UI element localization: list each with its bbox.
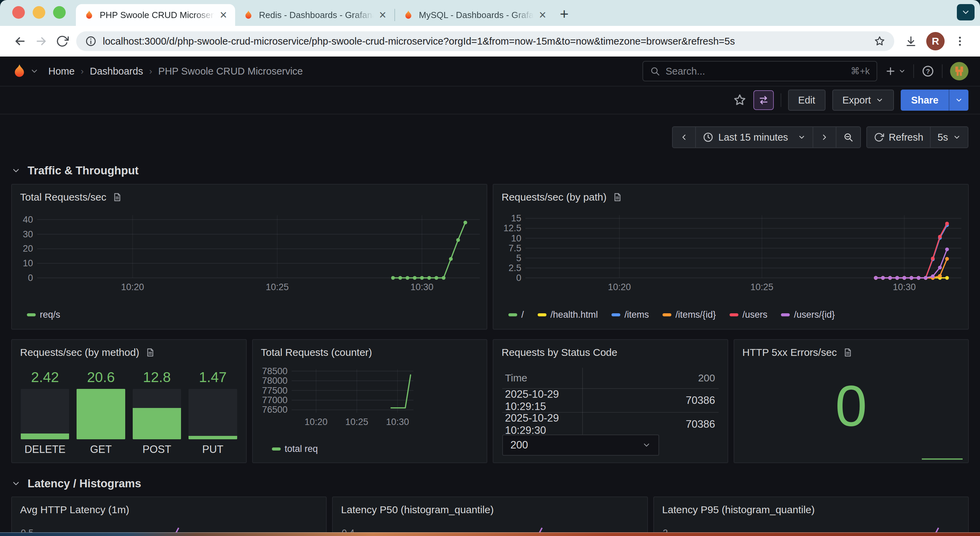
refresh-interval-label: 5s [937,132,948,143]
legend-item[interactable]: /health.html [538,309,598,320]
panel-title[interactable]: Total Requests/sec [20,191,106,203]
address-bar[interactable]: localhost:3000/d/php-swoole-crud-microse… [76,31,894,51]
panel-title[interactable]: Requests/sec (by method) [20,347,139,358]
panel-description-icon[interactable] [112,192,122,202]
chevron-down-icon [953,133,961,141]
zoom-out-icon [843,132,853,142]
back-button[interactable] [10,31,30,52]
refresh-button[interactable]: Refresh [866,126,931,148]
new-tab-button[interactable]: + [554,4,574,24]
legend-item[interactable]: /items/{id} [662,309,716,320]
panel-description-icon[interactable] [145,348,155,357]
legend-item[interactable]: total req [272,444,318,454]
panel-title[interactable]: Latency P95 (histogram_quantile) [662,504,815,515]
svg-text:10:30: 10:30 [410,282,434,292]
close-tab-icon[interactable]: × [539,9,546,21]
legend-label: /users [743,309,768,320]
download-button[interactable] [900,31,921,52]
forward-button[interactable] [30,31,52,52]
section-latency-histograms[interactable]: Latency / Histograms [11,474,969,493]
legend-item[interactable]: /items [611,309,649,320]
legend-item[interactable]: / [508,309,524,320]
browser-tab-strip: PHP Swoole CRUD Microservice × Redis - D… [0,0,980,26]
line-chart-total-requests[interactable]: 01020304010:2010:2510:30 [15,212,482,292]
refresh-interval-picker[interactable]: 5s [930,126,969,148]
close-tab-icon[interactable]: × [379,9,386,21]
arrow-left-icon [13,34,27,48]
line-chart-total-requests-counter[interactable]: 765007700077500780007850010:2010:2510:30 [256,367,415,427]
download-icon [904,35,917,48]
time-range-group: Last 15 minutes [672,126,861,148]
user-avatar[interactable] [950,62,969,80]
share-menu-button[interactable] [949,89,969,111]
legend-item[interactable]: /users [730,309,768,320]
svg-text:78500: 78500 [262,367,287,376]
section-title: Traffic & Throughput [27,164,138,177]
panel-title[interactable]: Requests by Status Code [501,347,617,358]
status-code-select[interactable]: 200 [502,434,659,456]
zoom-window-button[interactable] [53,6,66,19]
bar-gauge-column: 20.6GET [76,369,125,458]
zoom-out-time-button[interactable] [836,126,861,148]
minimize-window-button[interactable] [33,6,45,19]
legend-item[interactable]: /users/{id} [781,309,835,320]
legend-label: /items [624,309,649,320]
panel-title[interactable]: HTTP 5xx Errors/sec [743,347,837,358]
browser-tab-active[interactable]: PHP Swoole CRUD Microservice × [76,4,235,26]
search-input[interactable]: Search... ⌘+k [643,61,877,81]
chart-legend: total req [272,444,318,454]
add-new-button[interactable] [885,65,906,77]
bookmark-star-icon[interactable] [874,35,885,47]
arrow-right-icon [34,34,48,48]
close-window-button[interactable] [12,6,25,19]
svg-text:77000: 77000 [262,395,287,405]
tab-title: MySQL - Dashboards - Grafana [419,10,533,21]
share-button[interactable]: Share [901,89,949,111]
svg-text:10: 10 [23,258,33,268]
time-shift-back-button[interactable] [672,126,696,148]
svg-text:0: 0 [28,273,33,283]
legend-color-pill [272,447,281,450]
favorite-dashboard-button[interactable] [733,93,746,107]
panel-description-icon[interactable] [612,192,622,202]
panel-title[interactable]: Total Requests (counter) [261,347,372,358]
site-info-icon[interactable] [85,35,97,47]
time-range-picker[interactable]: Last 15 minutes [695,126,813,148]
close-tab-icon[interactable]: × [220,9,227,21]
legend-label: /health.html [550,309,598,320]
datasource-switch-button[interactable] [753,90,774,110]
chevron-down-icon[interactable] [30,67,39,76]
refresh-label: Refresh [889,132,924,143]
panel-description-icon[interactable] [843,348,853,357]
panel-title[interactable]: Avg HTTP Latency (1m) [20,504,129,515]
breadcrumb-home[interactable]: Home [48,66,75,77]
bar-label: PUT [202,443,223,458]
chevron-down-icon [11,166,21,175]
column-header-200[interactable]: 200 [582,372,718,384]
tab-search-button[interactable] [957,4,975,21]
bar-fill [76,389,125,439]
browser-tab-mysql[interactable]: MySQL - Dashboards - Grafana × [395,4,554,26]
section-traffic-throughput[interactable]: Traffic & Throughput [11,161,969,180]
time-shift-forward-button[interactable] [813,126,837,148]
browser-tab-redis[interactable]: Redis - Dashboards - Grafana × [235,4,395,26]
panel-title[interactable]: Latency P50 (histogram_quantile) [341,504,494,515]
grafana-logo[interactable] [11,63,27,79]
line-chart-requests-by-path[interactable]: 02.557.51012.51510:2010:2510:30 [497,212,963,292]
legend-item[interactable]: req/s [27,309,60,320]
browser-menu-button[interactable] [950,31,970,52]
bar-value: 20.6 [87,369,115,387]
edit-button[interactable]: Edit [788,89,826,111]
bar-fill [189,436,237,440]
panel-row-2: Requests/sec (by method) 2.42DELETE20.6G… [11,339,969,463]
column-header-time[interactable]: Time [502,372,582,384]
panel-title[interactable]: Requests/sec (by path) [501,191,606,203]
breadcrumb-dashboards[interactable]: Dashboards [90,66,143,77]
export-button[interactable]: Export [832,89,894,111]
browser-profile-avatar[interactable]: R [926,32,945,50]
help-button[interactable]: ? [921,65,934,78]
reload-button[interactable] [52,31,73,52]
legend-color-pill [27,313,36,316]
panel-requests-by-path: Requests/sec (by path) 02.557.51012.5151… [493,184,969,330]
star-icon [733,93,746,107]
